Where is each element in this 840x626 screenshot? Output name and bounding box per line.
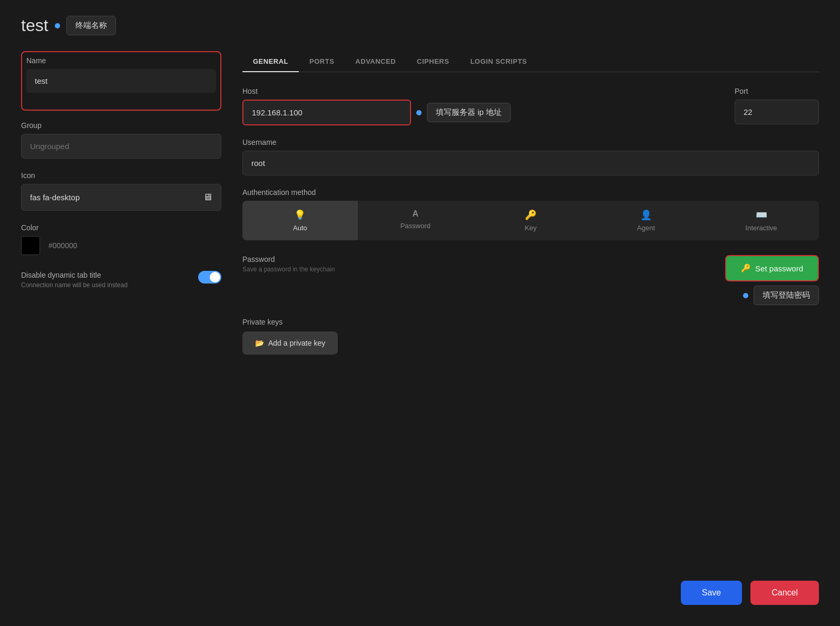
cancel-button[interactable]: Cancel — [750, 581, 819, 605]
add-key-button[interactable]: 📂 Add a private key — [242, 331, 338, 355]
bottom-buttons: Save Cancel — [681, 581, 819, 605]
toggle-section: Disable dynamic tab title Connection nam… — [21, 271, 221, 294]
auth-section: Authentication method 💡 Auto A Password … — [242, 188, 819, 240]
tab-login-scripts[interactable]: LOGIN SCRIPTS — [460, 51, 538, 72]
color-section: Color #000000 — [21, 223, 221, 255]
port-label: Port — [735, 87, 819, 95]
password-letter-icon: A — [412, 209, 418, 219]
toggle-knob — [210, 272, 220, 282]
interactive-label: Interactive — [746, 224, 777, 232]
name-box: Name — [21, 51, 221, 111]
title-dot — [55, 23, 60, 28]
password-tooltip: 填写登陆密码 — [754, 286, 819, 305]
right-panel: GENERAL PORTS ADVANCED CIPHERS LOGIN SCR… — [242, 51, 819, 367]
tab-ciphers[interactable]: CIPHERS — [406, 51, 460, 72]
title-row: test 终端名称 — [21, 16, 819, 35]
group-label: Group — [21, 121, 221, 130]
icon-label: Icon — [21, 171, 221, 180]
toggle-sub: Connection name will be used instead — [21, 281, 198, 289]
tabs-row: GENERAL PORTS ADVANCED CIPHERS LOGIN SCR… — [242, 51, 819, 72]
port-input[interactable] — [735, 100, 819, 124]
tab-advanced[interactable]: ADVANCED — [345, 51, 406, 72]
app-container: test 终端名称 Name Group Icon fas fa — [0, 0, 840, 626]
left-panel: Name Group Icon fas fa-desktop 🖥 Color — [21, 51, 221, 367]
icon-field[interactable]: fas fa-desktop 🖥 — [21, 184, 221, 211]
host-field-wrap: Host 填写服务器 ip 地址 — [242, 87, 724, 125]
set-password-button[interactable]: 🔑 Set password — [725, 255, 819, 281]
host-tooltip: 填写服务器 ip 地址 — [427, 103, 511, 122]
tab-ports[interactable]: PORTS — [299, 51, 345, 72]
name-label: Name — [26, 56, 216, 65]
toggle-row: Disable dynamic tab title Connection nam… — [21, 271, 221, 294]
key-icon: 🔑 — [525, 209, 536, 221]
auth-label: Authentication method — [242, 188, 819, 197]
tab-general[interactable]: GENERAL — [242, 51, 299, 72]
set-password-wrap: 🔑 Set password 填写登陆密码 — [725, 255, 819, 305]
group-section: Group — [21, 121, 221, 159]
agent-icon: 👤 — [640, 209, 652, 221]
group-input[interactable] — [21, 134, 221, 159]
name-section: Name — [26, 56, 216, 93]
host-dot — [416, 110, 422, 115]
terminal-name-tooltip: 终端名称 — [66, 16, 116, 35]
color-label: Color — [21, 223, 221, 232]
icon-value: fas fa-desktop — [30, 193, 80, 202]
folder-icon: 📂 — [255, 339, 264, 347]
password-info: Password Save a password in the keychain — [242, 255, 725, 273]
toggle-text: Disable dynamic tab title Connection nam… — [21, 271, 198, 294]
host-tooltip-row: 填写服务器 ip 地址 — [242, 100, 724, 125]
app-title: test — [21, 16, 48, 35]
save-label: Save — [702, 588, 721, 597]
username-section: Username — [242, 138, 819, 175]
set-password-label: Set password — [755, 264, 803, 273]
color-value: #000000 — [48, 241, 77, 250]
save-button[interactable]: Save — [681, 581, 742, 605]
auth-agent[interactable]: 👤 Agent — [588, 201, 704, 240]
password-method-label: Password — [401, 222, 431, 230]
password-label: Password — [242, 255, 725, 263]
auth-interactive[interactable]: ⌨️ Interactive — [704, 201, 819, 240]
color-row: #000000 — [21, 236, 221, 255]
password-section: Password Save a password in the keychain… — [242, 255, 819, 305]
auto-icon: 💡 — [294, 209, 306, 221]
key-label: Key — [525, 224, 536, 232]
cancel-label: Cancel — [771, 588, 798, 597]
color-preview[interactable] — [21, 236, 40, 255]
auth-key[interactable]: 🔑 Key — [473, 201, 589, 240]
host-port-row: Host 填写服务器 ip 地址 Port — [242, 87, 819, 125]
auth-auto[interactable]: 💡 Auto — [242, 201, 358, 240]
name-input[interactable] — [26, 69, 216, 93]
auth-password[interactable]: A Password — [358, 201, 473, 240]
private-keys-label: Private keys — [242, 318, 819, 326]
auth-methods: 💡 Auto A Password 🔑 Key 👤 Agent — [242, 201, 819, 240]
agent-label: Agent — [637, 224, 655, 232]
auto-label: Auto — [293, 224, 307, 232]
add-key-label: Add a private key — [268, 339, 325, 347]
password-sub: Save a password in the keychain — [242, 266, 725, 273]
host-label: Host — [242, 87, 724, 95]
toggle-switch[interactable] — [198, 271, 221, 283]
toggle-label: Disable dynamic tab title — [21, 271, 198, 279]
port-field-wrap: Port — [735, 87, 819, 124]
private-keys-section: Private keys 📂 Add a private key — [242, 318, 819, 355]
username-input[interactable] — [242, 151, 819, 175]
password-tooltip-row: 填写登陆密码 — [725, 286, 819, 305]
main-layout: Name Group Icon fas fa-desktop 🖥 Color — [21, 51, 819, 367]
key-btn-icon: 🔑 — [741, 263, 751, 273]
username-label: Username — [242, 138, 819, 146]
host-input[interactable] — [242, 100, 411, 125]
keyboard-icon: ⌨️ — [756, 209, 767, 221]
password-dot — [743, 293, 748, 298]
icon-section: Icon fas fa-desktop 🖥 — [21, 171, 221, 211]
desktop-icon: 🖥 — [203, 192, 212, 203]
